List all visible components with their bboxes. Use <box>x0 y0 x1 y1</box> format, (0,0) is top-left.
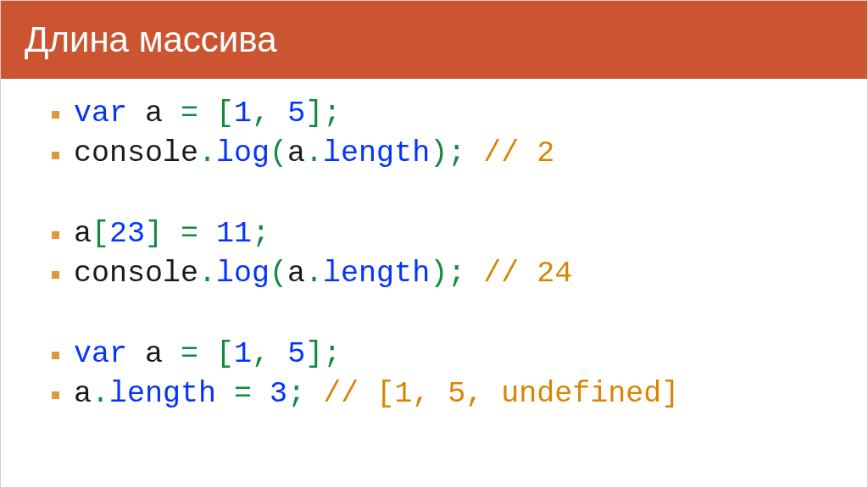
code-token: . <box>198 257 216 291</box>
code-token: [ <box>92 217 109 251</box>
code-token: 5 <box>287 337 305 371</box>
code-token <box>305 377 323 411</box>
code-token <box>198 337 216 371</box>
code-token: . <box>305 257 323 291</box>
code-token: log <box>216 257 270 291</box>
code-token: ( <box>270 136 287 170</box>
code-token: console <box>74 136 198 170</box>
code-token <box>465 257 483 291</box>
code-token: [ <box>216 97 234 130</box>
code-token: length <box>109 377 216 411</box>
slide-title: Длина массива <box>1 1 867 79</box>
code-token: length <box>323 136 430 170</box>
code-line: var a = [1, 5]; <box>52 94 816 134</box>
code-token: = <box>181 337 198 371</box>
code-token: ; <box>448 136 465 170</box>
code-token: . <box>305 136 323 170</box>
code-token: a <box>145 97 163 130</box>
code-token: = <box>181 217 198 251</box>
code-token: a <box>145 337 163 371</box>
code-token: , <box>252 337 270 371</box>
code-token: ] <box>145 217 163 251</box>
code-token <box>198 97 216 130</box>
code-token: ; <box>252 217 270 251</box>
code-token: // [1, 5, undefined] <box>323 377 679 411</box>
code-token <box>127 337 145 371</box>
code-token <box>270 337 287 371</box>
code-token <box>270 97 287 130</box>
code-token: . <box>198 136 216 170</box>
code-token: 23 <box>109 217 145 251</box>
code-token: ; <box>323 337 341 371</box>
code-token: console <box>74 257 198 291</box>
code-token: 1 <box>234 337 252 371</box>
code-token: ) <box>430 136 448 170</box>
code-token: = <box>181 97 198 130</box>
code-line: var a = [1, 5]; <box>52 335 816 374</box>
slide: Длина массива var a = [1, 5];console.log… <box>0 0 868 488</box>
code-token: , <box>252 97 270 130</box>
code-line: console.log(a.length); // 24 <box>52 254 816 294</box>
code-token: ( <box>270 257 287 291</box>
code-token: // 2 <box>483 136 554 170</box>
code-token: ; <box>448 257 465 291</box>
code-token: ; <box>287 377 305 411</box>
code-token: a <box>287 136 305 170</box>
code-line <box>52 175 816 214</box>
code-token: ] <box>305 337 323 371</box>
code-token <box>216 377 234 411</box>
code-token <box>252 377 270 411</box>
code-token: = <box>234 377 252 411</box>
slide-content: var a = [1, 5];console.log(a.length); //… <box>1 79 867 414</box>
code-token <box>163 217 181 251</box>
code-token: var <box>74 97 127 130</box>
code-token: a <box>287 257 305 291</box>
code-token: log <box>216 136 270 170</box>
code-token: ; <box>323 97 341 130</box>
code-line: console.log(a.length); // 2 <box>52 134 816 174</box>
code-list: var a = [1, 5];console.log(a.length); //… <box>52 94 816 414</box>
code-token: var <box>74 337 127 371</box>
code-token <box>163 97 181 130</box>
code-line: a[23] = 11; <box>52 214 816 254</box>
code-token: ) <box>430 257 448 291</box>
code-line: a.length = 3; // [1, 5, undefined] <box>52 374 816 414</box>
code-token: 3 <box>270 377 287 411</box>
code-token: // 24 <box>483 257 572 291</box>
code-token: 1 <box>234 97 252 130</box>
code-token <box>163 337 181 371</box>
code-line <box>52 294 816 334</box>
code-token: [ <box>216 337 234 371</box>
code-token: ] <box>305 97 323 130</box>
code-token: . <box>92 377 109 411</box>
code-token: 11 <box>216 217 252 251</box>
code-token: a <box>74 217 92 251</box>
code-token <box>127 97 145 130</box>
code-token: length <box>323 257 430 291</box>
code-token <box>198 217 216 251</box>
code-token <box>465 136 483 170</box>
code-token: a <box>74 377 92 411</box>
code-token: 5 <box>287 97 305 130</box>
